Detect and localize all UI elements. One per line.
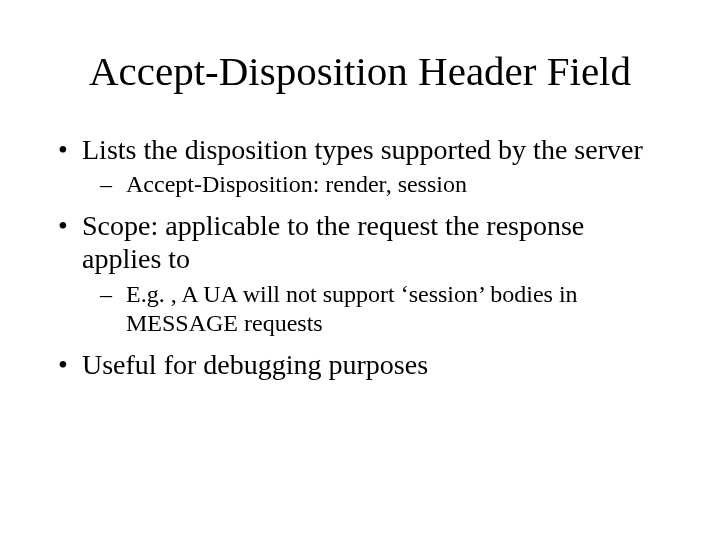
list-item-text: Scope: applicable to the request the res… xyxy=(82,210,584,274)
slide: Accept-Disposition Header Field Lists th… xyxy=(0,0,720,540)
list-item-text: Lists the disposition types supported by… xyxy=(82,134,643,165)
list-item: Useful for debugging purposes xyxy=(54,348,666,381)
sub-list-item: Accept-Disposition: render, session xyxy=(100,170,666,199)
sub-list: E.g. , A UA will not support ‘session’ b… xyxy=(82,280,666,339)
sub-list: Accept-Disposition: render, session xyxy=(82,170,666,199)
list-item-text: Useful for debugging purposes xyxy=(82,349,428,380)
sub-list-item-text: Accept-Disposition: render, session xyxy=(126,171,467,197)
sub-list-item-text: E.g. , A UA will not support ‘session’ b… xyxy=(126,281,578,336)
list-item: Scope: applicable to the request the res… xyxy=(54,209,666,338)
bullet-list: Lists the disposition types supported by… xyxy=(54,133,666,381)
list-item: Lists the disposition types supported by… xyxy=(54,133,666,199)
slide-title: Accept-Disposition Header Field xyxy=(54,48,666,95)
sub-list-item: E.g. , A UA will not support ‘session’ b… xyxy=(100,280,666,339)
